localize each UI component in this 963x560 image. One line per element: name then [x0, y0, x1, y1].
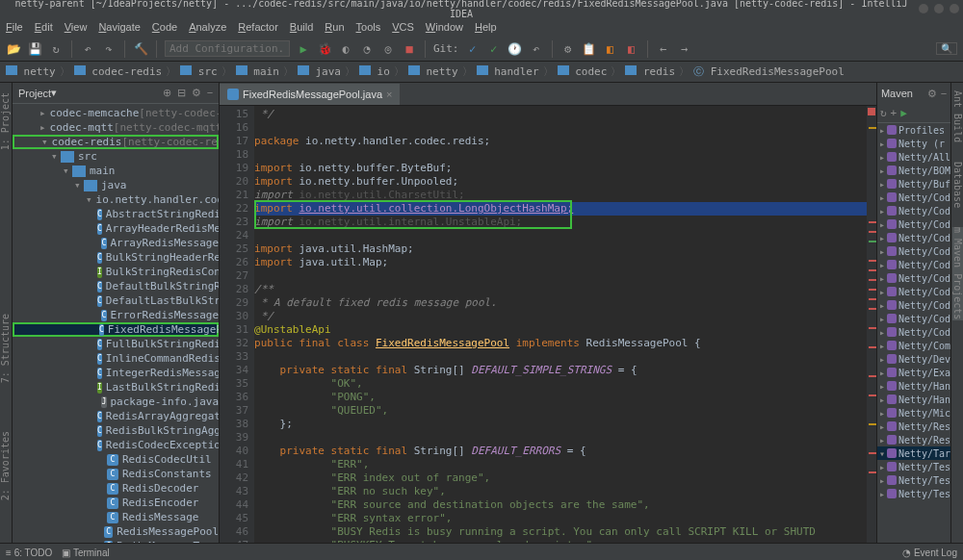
git-commit-icon[interactable]: ✓ — [486, 41, 502, 57]
maven-item[interactable]: ▸Netty/Dev — [877, 352, 950, 366]
maven-refresh-icon[interactable]: ↻ — [880, 107, 887, 119]
minimize-icon[interactable] — [919, 4, 928, 13]
menu-window[interactable]: Window — [426, 21, 463, 33]
tree-item-fixedredismessagepool[interactable]: CFixedRedisMessagePool — [13, 322, 219, 337]
maven-item[interactable]: ▸Netty/Cod — [877, 191, 950, 204]
save-icon[interactable]: 💾 — [27, 41, 42, 57]
maven-item[interactable]: ▸Netty/Cod — [877, 217, 950, 231]
back-icon[interactable]: ← — [656, 41, 671, 57]
run-icon[interactable]: ▶ — [296, 41, 311, 57]
tree-item-bulkstringheaderredismessage[interactable]: CBulkStringHeaderRedisMessage — [13, 250, 219, 265]
tree-item-rediscodecutil[interactable]: CRedisCodecUtil — [13, 452, 219, 467]
maven-item[interactable]: ▸Netty/Cod — [877, 271, 950, 285]
maven-item[interactable]: ▸Netty/Cod — [877, 244, 950, 258]
open-icon[interactable]: 📂 — [6, 41, 21, 57]
app-icon-1[interactable]: ◧ — [603, 41, 618, 57]
maven-item[interactable]: ▸Netty/Han — [877, 379, 950, 393]
tree-item-fullbulkstringredismessage[interactable]: CFullBulkStringRedisMessage — [13, 337, 219, 351]
breadcrumb-item[interactable]: netty — [408, 65, 458, 78]
tree-item-java[interactable]: ▾java — [13, 178, 219, 192]
maven-item[interactable]: ▸Netty (r — [877, 137, 950, 150]
maven-item[interactable]: ▸Netty/Tes — [877, 473, 950, 487]
maven-item[interactable]: ▸Netty/Tes — [877, 460, 950, 473]
maven-item[interactable]: ▸Netty/Cod — [877, 325, 950, 339]
terminal-tab[interactable]: ▣ Terminal — [62, 547, 109, 558]
tree-item-arrayheaderredismessage[interactable]: CArrayHeaderRedisMessage — [13, 221, 219, 236]
ant-tool-tab[interactable]: Ant Build — [952, 90, 963, 142]
undo-icon[interactable]: ↶ — [80, 41, 95, 57]
gear-icon[interactable]: ⚙ — [192, 87, 201, 99]
debug-icon[interactable]: 🐞 — [317, 41, 332, 57]
gear-icon[interactable]: ⚙ — [927, 88, 937, 100]
tree-item-redisconstants[interactable]: CRedisConstants — [13, 467, 219, 481]
forward-icon[interactable]: → — [677, 41, 692, 57]
build-icon[interactable]: 🔨 — [133, 41, 148, 57]
menu-build[interactable]: Build — [290, 21, 313, 33]
tree-item-io-netty-handler-codec-redis[interactable]: ▾io.netty.handler.codec.redis — [13, 192, 219, 207]
maven-item[interactable]: ▾Netty/Tar — [877, 446, 950, 460]
favorites-tool-tab[interactable]: 2: Favorites — [0, 431, 11, 500]
hide-icon[interactable]: − — [207, 87, 213, 99]
structure-icon[interactable]: 📋 — [582, 41, 597, 57]
tree-item-abstractstringredismessage[interactable]: CAbstractStringRedisMessage — [13, 207, 219, 221]
git-update-icon[interactable]: ✓ — [465, 41, 481, 57]
stop-icon[interactable]: ■ — [402, 41, 417, 57]
maven-item[interactable]: ▸Netty/Exa — [877, 366, 950, 379]
hide-icon[interactable]: − — [941, 88, 947, 99]
database-tool-tab[interactable]: Database — [952, 162, 963, 208]
maven-tree[interactable]: ▸Profiles▸Netty (r▸Netty/All▸Netty/BOM▸N… — [877, 123, 950, 543]
menu-navigate[interactable]: Navigate — [98, 21, 140, 33]
tree-item-codec-mqtt[interactable]: ▸codec-mqtt [netty-codec-mqtt] — [13, 120, 219, 135]
maven-item[interactable]: ▸Netty/Mic — [877, 406, 950, 420]
tree-item-redisdecoder[interactable]: CRedisDecoder — [13, 481, 219, 496]
maven-item[interactable]: ▸Netty/Com — [877, 339, 950, 352]
menu-edit[interactable]: Edit — [35, 21, 53, 33]
tree-item-main[interactable]: ▾main — [13, 164, 219, 178]
breadcrumb-item[interactable]: java — [298, 65, 341, 78]
maven-item[interactable]: ▸Netty/Cod — [877, 298, 950, 312]
maven-item[interactable]: ▸Netty/All — [877, 150, 950, 164]
tree-item-bulkstringrediscontent[interactable]: IBulkStringRedisContent — [13, 265, 219, 279]
maven-tool-tab[interactable]: m Maven Projects — [952, 227, 963, 319]
menu-refactor[interactable]: Refactor — [238, 21, 278, 33]
structure-tool-tab[interactable]: 7: Structure — [0, 314, 11, 383]
tab-fixedredismessagepool[interactable]: FixedRedisMessagePool.java × — [220, 84, 400, 105]
tree-item-redismessagetype[interactable]: CRedisMessageType — [13, 539, 219, 543]
maximize-icon[interactable] — [934, 4, 944, 13]
tree-item-codec-memcache[interactable]: ▸codec-memcache [netty-codec-memcache — [13, 106, 219, 120]
run-config-input[interactable] — [165, 40, 290, 57]
tree-item-redisencoder[interactable]: CRedisEncoder — [13, 496, 219, 510]
breadcrumb-item[interactable]: netty — [6, 65, 56, 78]
tree-item-inlinecommandredismessage[interactable]: CInlineCommandRedisMessage — [13, 351, 219, 366]
code-area[interactable]: */ package io.netty.handler.codec.redis;… — [254, 106, 867, 543]
maven-add-icon[interactable]: + — [891, 107, 898, 119]
git-history-icon[interactable]: 🕐 — [508, 41, 523, 57]
breadcrumb-item[interactable]: codec — [558, 65, 608, 78]
tree-item-redismessage[interactable]: CRedisMessage — [13, 510, 219, 524]
tree-item-src[interactable]: ▾src — [13, 149, 219, 164]
tree-item-arrayredismessage[interactable]: CArrayRedisMessage — [13, 236, 219, 250]
close-icon[interactable] — [950, 4, 959, 13]
breadcrumb-item[interactable]: main — [236, 65, 279, 78]
maven-item[interactable]: ▸Netty/Cod — [877, 285, 950, 298]
breadcrumb-item[interactable]: ⓒ FixedRedisMessagePool — [693, 64, 845, 79]
breadcrumb-item[interactable]: src — [180, 65, 218, 78]
maven-item[interactable]: ▸Profiles — [877, 123, 950, 137]
menu-analyze[interactable]: Analyze — [189, 21, 226, 33]
project-tree[interactable]: ▸codec-memcache [netty-codec-memcache▸co… — [13, 104, 219, 543]
profile-icon[interactable]: ◔ — [359, 41, 375, 57]
tree-item-package-info-java[interactable]: Jpackage-info.java — [13, 395, 219, 409]
maven-item[interactable]: ▸Netty/Cod — [877, 312, 950, 325]
breadcrumb-item[interactable]: io — [359, 65, 390, 78]
tree-item-integerredismessage[interactable]: CIntegerRedisMessage — [13, 366, 219, 380]
menu-tools[interactable]: Tools — [356, 21, 381, 33]
maven-item[interactable]: ▸Netty/Tes — [877, 487, 950, 500]
tree-item-redismessagepool[interactable]: CRedisMessagePool — [13, 524, 219, 539]
maven-item[interactable]: ▸Netty/Cod — [877, 231, 950, 244]
menu-view[interactable]: View — [65, 21, 88, 33]
editor[interactable]: 1516171819202122232425262728293031323334… — [220, 106, 876, 543]
expand-icon[interactable]: ⊕ — [163, 87, 171, 99]
tree-item-defaultbulkstringrediscontent[interactable]: CDefaultBulkStringRedisContent — [13, 279, 219, 293]
attach-icon[interactable]: ◎ — [380, 41, 396, 57]
maven-item[interactable]: ▸Netty/Res — [877, 420, 950, 433]
